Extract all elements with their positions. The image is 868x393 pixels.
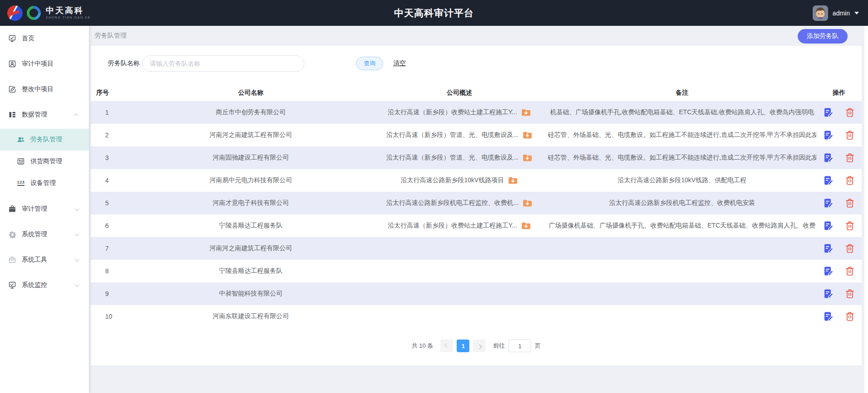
delete-icon[interactable]	[845, 153, 855, 163]
sidebar-item-auditing-projects[interactable]: 审计中项目	[0, 51, 89, 77]
operations-cell	[816, 175, 862, 185]
row-index: 1	[91, 109, 131, 116]
operations-cell	[816, 311, 862, 321]
table-header-row: 序号公司名称公司概述备注操作	[91, 84, 862, 101]
goto-page-input[interactable]	[508, 340, 531, 352]
delete-icon[interactable]	[845, 266, 855, 276]
delete-icon[interactable]	[845, 243, 855, 253]
search-label: 劳务队名称	[108, 59, 140, 68]
download-attachment-icon[interactable]	[522, 153, 532, 163]
pagination: 共 10 条 1 前往 页	[91, 340, 862, 352]
page-number-button[interactable]: 1	[457, 340, 469, 352]
sidebar-item-home[interactable]: 首页	[0, 26, 89, 51]
query-button[interactable]: 查询	[356, 57, 383, 70]
row-index: 2	[91, 131, 131, 139]
download-attachment-icon[interactable]	[508, 175, 518, 185]
delete-icon[interactable]	[845, 107, 855, 117]
sidebar-item-system-tools[interactable]: 系统工具	[0, 247, 89, 272]
prev-page-button[interactable]	[440, 340, 453, 352]
download-attachment-icon[interactable]	[521, 107, 531, 117]
column-header-remark: 备注	[548, 89, 816, 97]
sidebar-item-rectifying-projects[interactable]: 整改中项目	[0, 77, 89, 102]
company-overview-cell: 沿太行高速（新乡段）管道、光、电缆敷设及...	[371, 130, 548, 140]
clear-button[interactable]: 清空	[393, 59, 406, 68]
sidebar-item-supplier-management[interactable]: 供货商管理	[0, 150, 89, 172]
breadcrumb: 劳务队管理	[95, 32, 127, 40]
download-attachment-icon[interactable]	[521, 221, 531, 231]
add-labor-team-button[interactable]: 添加劳务队	[798, 29, 848, 44]
company-overview-cell: 沿太行高速公路新乡段10kV线路项目	[371, 175, 548, 185]
sidebar-item-labor-team-management[interactable]: 劳务队管理	[0, 129, 89, 150]
download-attachment-icon[interactable]	[522, 198, 532, 208]
user-dropdown-caret-icon[interactable]	[854, 12, 859, 15]
row-index: 9	[91, 290, 131, 297]
sidebar-item-label: 供货商管理	[30, 157, 62, 165]
sidebar-item-system-monitor[interactable]: 系统监控	[0, 272, 89, 298]
avatar[interactable]	[813, 5, 828, 21]
edit-icon[interactable]	[823, 130, 833, 140]
data-management-icon	[8, 111, 16, 119]
operations-cell	[816, 153, 862, 163]
chevron-right-icon	[477, 344, 482, 349]
sidebar-item-label: 系统工具	[22, 256, 47, 264]
search-form: 劳务队名称 查询 清空	[91, 46, 862, 72]
chevron-down-icon	[75, 206, 79, 211]
remark: 硅芯管、外场基础、光、电缆敷设。如工程施工不能连续进行,造成二次开挖等,甲方不承…	[548, 154, 816, 162]
system-tools-icon	[8, 256, 16, 264]
download-attachment-icon[interactable]	[522, 130, 532, 140]
sidebar-item-label: 审计中项目	[22, 60, 54, 68]
sidebar-item-data-management[interactable]: 数据管理	[0, 102, 89, 127]
company-name: 河南河之南建筑工程有限公司	[131, 244, 371, 252]
equipment-management-icon: 123	[17, 179, 25, 187]
operations-cell	[816, 107, 862, 117]
sidebar-item-label: 系统监控	[22, 281, 47, 289]
labor-team-management-icon	[17, 136, 25, 144]
remark: 机基础、广场摄像机手孔,收费站配电箱基础、ETC天线基础,收费站路肩人孔、收费岛…	[548, 108, 816, 116]
column-header-operations: 操作	[816, 89, 862, 97]
page-title: 中天高科审计平台	[0, 7, 868, 19]
column-header-company-overview: 公司概述	[371, 89, 548, 97]
company-overview-text: 沿太行高速（新乡段）管道、光、电缆敷设及...	[386, 154, 519, 162]
next-page-button[interactable]	[473, 340, 486, 352]
chevron-left-icon	[444, 343, 449, 348]
remark: 硅芯管、外场基础、光、电缆敷设。如工程施工不能连续进行,造成二次开挖等,甲方不承…	[548, 131, 816, 139]
delete-icon[interactable]	[845, 175, 855, 185]
delete-icon[interactable]	[845, 311, 855, 321]
labor-team-name-input[interactable]	[142, 55, 304, 72]
edit-icon[interactable]	[823, 221, 833, 231]
edit-icon[interactable]	[823, 175, 833, 185]
sidebar-item-system-management[interactable]: 系统管理	[0, 222, 89, 247]
page-scrollbar[interactable]	[864, 26, 868, 393]
row-index: 3	[91, 154, 131, 161]
edit-icon[interactable]	[823, 243, 833, 253]
sidebar-item-equipment-management[interactable]: 123设备管理	[0, 172, 89, 194]
sidebar-item-audit-management[interactable]: 审计管理	[0, 196, 89, 222]
system-monitor-icon	[8, 281, 16, 289]
sidebar-item-label: 首页	[22, 34, 34, 43]
edit-icon[interactable]	[823, 107, 833, 117]
system-management-icon	[8, 230, 16, 238]
delete-icon[interactable]	[845, 221, 855, 231]
company-overview-text: 沿太行高速公路新乡段10kV线路项目	[401, 176, 504, 184]
edit-icon[interactable]	[823, 198, 833, 208]
column-header-no: 序号	[91, 89, 131, 97]
row-index: 6	[91, 222, 131, 229]
edit-icon[interactable]	[823, 153, 833, 163]
row-index: 4	[91, 177, 131, 184]
company-overview-cell: 沿太行高速公路新乡段机电工程监控、收费机...	[371, 198, 548, 208]
chevron-up-icon	[73, 113, 78, 117]
sidebar-item-label: 数据管理	[22, 111, 47, 119]
delete-icon[interactable]	[845, 130, 855, 140]
remark: 沿太行高速公路新乡段机电工程监控、收费机电安装	[548, 199, 816, 207]
delete-icon[interactable]	[845, 289, 855, 299]
user-menu[interactable]: admin	[813, 0, 859, 26]
username[interactable]: admin	[833, 10, 850, 17]
chevron-down-icon	[75, 232, 79, 236]
edit-icon[interactable]	[823, 289, 833, 299]
edit-icon[interactable]	[823, 266, 833, 276]
table-row: 7河南河之南建筑工程有限公司	[91, 237, 862, 260]
table-row: 1商丘市中创劳务有限公司沿太行高速（新乡段）收费站土建工程施工Y...机基础、广…	[91, 101, 862, 124]
company-name: 河南河之南建筑工程有限公司	[131, 131, 371, 139]
delete-icon[interactable]	[845, 198, 855, 208]
edit-icon[interactable]	[823, 311, 833, 321]
